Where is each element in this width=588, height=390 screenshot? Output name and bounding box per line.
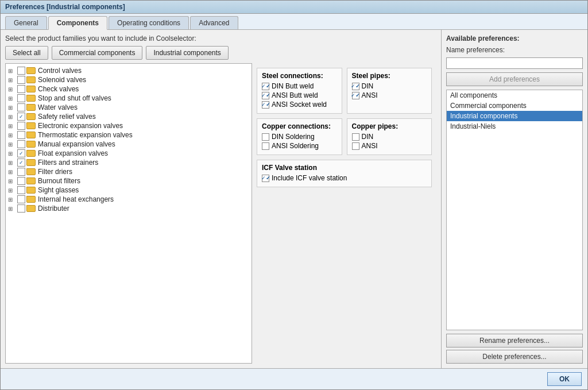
steel-pipe-cb-1[interactable]: ✓ bbox=[352, 92, 359, 99]
tree-label: Float expansion valves bbox=[38, 149, 108, 157]
expand-icon: ⊞ bbox=[8, 86, 16, 92]
expand-icon: ⊞ bbox=[8, 77, 16, 83]
expand-icon: ⊞ bbox=[8, 95, 16, 102]
tree-checkbox[interactable] bbox=[17, 85, 25, 93]
tree-checkbox[interactable] bbox=[17, 186, 25, 194]
steel-pipe-cb-0[interactable]: ✓ bbox=[352, 83, 359, 90]
tab-advanced[interactable]: Advanced bbox=[190, 16, 238, 29]
tree-item[interactable]: ⊞Stop and shut off valves bbox=[6, 94, 252, 103]
steel-conn-cb-0[interactable]: ✓ bbox=[262, 83, 269, 90]
button-row: Select all Commercial components Industr… bbox=[5, 46, 436, 60]
tree-label: Stop and shut off valves bbox=[38, 94, 111, 102]
tree-item[interactable]: ⊞Distributer bbox=[6, 204, 252, 213]
tab-bar: General Components Operating conditions … bbox=[1, 14, 587, 30]
tab-general[interactable]: General bbox=[5, 16, 47, 29]
copper-pipe-item-0: DIN bbox=[352, 133, 427, 141]
tree-item[interactable]: ⊞✓Safety relief valves bbox=[6, 112, 252, 121]
tree-item[interactable]: ⊞Electronic expansion valves bbox=[6, 121, 252, 130]
tree-checkbox[interactable] bbox=[17, 140, 25, 148]
tree-checkbox[interactable]: ✓ bbox=[17, 149, 25, 157]
name-input[interactable] bbox=[446, 57, 583, 69]
copper-pipe-cb-0[interactable] bbox=[352, 133, 359, 141]
tree-label: Control valves bbox=[38, 67, 82, 75]
tree-item[interactable]: ⊞Filter driers bbox=[6, 167, 252, 176]
copper-conn-item-0: DIN Soldering bbox=[262, 133, 337, 141]
add-preferences-button[interactable]: Add preferences bbox=[446, 72, 583, 86]
delete-preferences-button[interactable]: Delete preferences... bbox=[446, 350, 583, 364]
folder-icon bbox=[26, 67, 36, 74]
folder-icon bbox=[26, 122, 36, 129]
tree-checkbox[interactable]: ✓ bbox=[17, 113, 25, 121]
tree-item[interactable]: ⊞Solenoid valves bbox=[6, 75, 252, 84]
tab-components[interactable]: Components bbox=[48, 16, 107, 30]
folder-icon bbox=[26, 104, 36, 111]
tree-checkbox[interactable] bbox=[17, 122, 25, 130]
tree-checkbox[interactable] bbox=[17, 195, 25, 203]
tree-item[interactable]: ⊞Check valves bbox=[6, 84, 252, 94]
steel-conn-label-2: ANSI Socket weld bbox=[272, 101, 327, 109]
preference-item[interactable]: Industrial-Niels bbox=[447, 121, 582, 132]
right-panel: Available preferences: Name preferences:… bbox=[441, 30, 587, 368]
tree-checkbox[interactable] bbox=[17, 103, 25, 111]
steel-connections-title: Steel connections: bbox=[262, 72, 337, 80]
preferences-list[interactable]: All componentsCommercial componentsIndus… bbox=[446, 90, 583, 330]
tree-checkbox[interactable] bbox=[17, 131, 25, 139]
icf-cb-0[interactable]: ✓ bbox=[262, 175, 269, 182]
expand-icon: ⊞ bbox=[8, 187, 16, 194]
copper-conn-cb-0[interactable] bbox=[262, 133, 269, 141]
available-pref-title: Available preferences: bbox=[446, 34, 583, 43]
folder-icon bbox=[26, 205, 36, 212]
tree-checkbox[interactable] bbox=[17, 168, 25, 176]
tree-item[interactable]: ⊞Control valves bbox=[6, 66, 252, 75]
bottom-buttons: Rename preferences... Delete preferences… bbox=[446, 334, 583, 364]
tree-checkbox[interactable] bbox=[17, 94, 25, 102]
tree-checkbox[interactable] bbox=[17, 76, 25, 84]
copper-pipes-group: Copper pipes: DIN ANSI bbox=[347, 118, 432, 155]
content-area: Select the product families you want to … bbox=[1, 30, 587, 368]
tree-checkbox[interactable] bbox=[17, 67, 25, 75]
tree-label: Filters and strainers bbox=[38, 159, 98, 167]
preference-item[interactable]: Industrial components bbox=[447, 111, 582, 121]
preference-item[interactable]: All components bbox=[447, 90, 582, 101]
rename-preferences-button[interactable]: Rename preferences... bbox=[446, 334, 583, 347]
select-all-button[interactable]: Select all bbox=[5, 46, 48, 60]
icf-item-0: ✓ Include ICF valve station bbox=[262, 174, 427, 182]
folder-icon bbox=[26, 113, 36, 120]
industrial-button[interactable]: Industrial components bbox=[146, 46, 228, 60]
expand-icon: ⊞ bbox=[8, 196, 16, 203]
tree-label: Burnout filters bbox=[38, 177, 80, 185]
copper-conn-cb-1[interactable] bbox=[262, 142, 269, 150]
tree-label: Thermostatic expansion valves bbox=[38, 131, 133, 139]
tree-item[interactable]: ⊞Burnout filters bbox=[6, 176, 252, 186]
tab-operating[interactable]: Operating conditions bbox=[109, 16, 189, 29]
copper-conn-item-1: ANSI Soldering bbox=[262, 142, 337, 150]
folder-icon bbox=[26, 168, 36, 175]
steel-conn-cb-1[interactable]: ✓ bbox=[262, 92, 269, 99]
expand-icon: ⊞ bbox=[8, 114, 16, 120]
folder-icon bbox=[26, 177, 36, 184]
commercial-button[interactable]: Commercial components bbox=[52, 46, 143, 60]
tree-item[interactable]: ⊞Sight glasses bbox=[6, 186, 252, 195]
tree-panel[interactable]: ⊞Control valves⊞Solenoid valves⊞Check va… bbox=[5, 63, 252, 364]
tree-item[interactable]: ⊞✓Filters and strainers bbox=[6, 158, 252, 167]
options-panel: Steel connections: ✓ DIN Butt weld ✓ ANS… bbox=[252, 63, 436, 364]
tree-checkbox[interactable] bbox=[17, 204, 25, 213]
window-title: Preferences [Industrial components] bbox=[5, 3, 125, 11]
tree-label: Check valves bbox=[38, 85, 79, 93]
copper-pipe-cb-1[interactable] bbox=[352, 142, 359, 150]
tree-checkbox[interactable]: ✓ bbox=[17, 159, 25, 167]
ok-button[interactable]: OK bbox=[547, 372, 582, 386]
tree-label: Filter driers bbox=[38, 168, 72, 176]
bottom-options-row: Copper connections: DIN Soldering ANSI S… bbox=[257, 118, 432, 155]
tree-checkbox[interactable] bbox=[17, 177, 25, 185]
title-bar: Preferences [Industrial components] bbox=[1, 1, 587, 14]
steel-conn-cb-2[interactable]: ✓ bbox=[262, 101, 269, 109]
tree-item[interactable]: ⊞Internal heat exchangers bbox=[6, 195, 252, 204]
tree-item[interactable]: ⊞Thermostatic expansion valves bbox=[6, 130, 252, 140]
steel-conn-item-1: ✓ ANSI Butt weld bbox=[262, 91, 337, 99]
tree-item[interactable]: ⊞Water valves bbox=[6, 103, 252, 112]
tree-item[interactable]: ⊞Manual expansion valves bbox=[6, 140, 252, 149]
preference-item[interactable]: Commercial components bbox=[447, 101, 582, 111]
tree-item[interactable]: ⊞✓Float expansion valves bbox=[6, 149, 252, 158]
steel-pipe-item-0: ✓ DIN bbox=[352, 82, 427, 90]
